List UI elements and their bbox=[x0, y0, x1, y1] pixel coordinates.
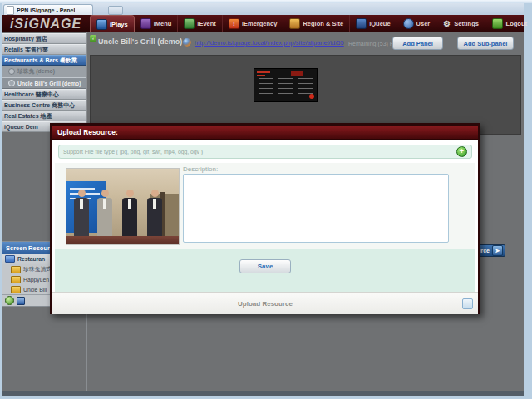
dialog-body: Support File file type ( jpg, png, gif, … bbox=[52, 140, 478, 300]
sidebar-item-pearl-rabbit-demo[interactable]: 珍珠兔 (demo) bbox=[2, 66, 86, 77]
thumb-red-text bbox=[257, 75, 265, 76]
sidebar-item-business-centre[interactable]: Business Centre 商務中心 bbox=[2, 100, 86, 111]
region-icon bbox=[289, 18, 300, 29]
save-strip: Save bbox=[55, 249, 475, 292]
person-torso bbox=[147, 198, 162, 236]
support-file-strip: Support File file type ( jpg, png, gif, … bbox=[58, 145, 472, 159]
person-shirt bbox=[128, 200, 131, 209]
sidebar-collapse-icon[interactable]: ‹ bbox=[90, 35, 96, 42]
sidebar-item-label: Uncle Bill's Grill (demo) bbox=[17, 81, 81, 86]
thumb-menu-column bbox=[259, 78, 273, 95]
nav-tab-imenu[interactable]: iMenu bbox=[135, 15, 179, 32]
photo-person bbox=[71, 190, 91, 238]
user-icon bbox=[403, 18, 414, 29]
nav-tab-region-site[interactable]: Region & Site bbox=[283, 15, 350, 32]
sidebar-item-label: Retails 零售行業 bbox=[4, 46, 48, 54]
panel-play-icon bbox=[8, 68, 15, 75]
sidebar-item-label: iQueue Dem bbox=[4, 124, 38, 130]
tree-item-label: Uncle Bill bbox=[23, 287, 47, 293]
browser-tab-title: PPN iSignage - Panel bbox=[17, 7, 75, 13]
resize-handle-icon[interactable] bbox=[462, 298, 473, 309]
sidebar-item-uncle-bills-grill[interactable]: Uncle Bill's Grill (demo) bbox=[2, 77, 86, 89]
sidebar: Hospitality 酒店 Retails 零售行業 Restaurants … bbox=[2, 33, 86, 132]
person-shirt bbox=[103, 200, 106, 209]
tool-icon[interactable] bbox=[17, 297, 25, 305]
queue-icon bbox=[356, 18, 367, 29]
folder-icon bbox=[5, 255, 15, 263]
nav-tab-user[interactable]: User bbox=[397, 15, 437, 32]
description-label: Description: bbox=[183, 165, 218, 173]
status-bar bbox=[2, 391, 524, 396]
person-head bbox=[126, 190, 134, 197]
nav-tab-label: iPlays bbox=[110, 21, 128, 28]
calendar-icon bbox=[184, 18, 195, 29]
add-plus-icon[interactable]: + bbox=[456, 146, 467, 157]
logout-button[interactable]: Logout bbox=[492, 15, 527, 32]
browser-tab[interactable]: PPN iSignage - Panel bbox=[3, 4, 93, 15]
folder-icon bbox=[11, 266, 21, 273]
nav-tab-label: iMenu bbox=[154, 20, 172, 27]
nav-tab-settings[interactable]: ⚙ Settings bbox=[436, 15, 485, 32]
sidebar-item-label: Healthcare 醫療中心 bbox=[4, 91, 59, 99]
gear-icon: ⚙ bbox=[442, 19, 451, 28]
sidebar-item-healthcare[interactable]: Healthcare 醫療中心 bbox=[2, 89, 86, 100]
sidebar-item-label: Hospitality 酒店 bbox=[4, 35, 47, 43]
cursor-icon: ➤ bbox=[492, 245, 503, 256]
sidebar-item-label: 珍珠兔 (demo) bbox=[17, 67, 55, 76]
monitor-icon bbox=[96, 19, 107, 30]
nav-tab-label: iEvent bbox=[197, 20, 216, 27]
globe-icon bbox=[183, 38, 191, 47]
app-logo: iSiGNAGE bbox=[2, 15, 90, 32]
page-icon bbox=[7, 6, 14, 15]
nav-tab-ievent[interactable]: iEvent bbox=[178, 15, 223, 32]
sidebar-item-real-estates[interactable]: Real Estates 地產 bbox=[2, 111, 86, 121]
sidebar-item-label: Restaurants & Bars 餐飲業 bbox=[4, 57, 77, 65]
app-window: PPN iSignage - Panel iSiGNAGE iPlays iMe… bbox=[0, 0, 532, 399]
add-subpanel-button[interactable]: Add Sub-panel bbox=[457, 37, 514, 50]
panel-preview-thumbnail[interactable] bbox=[254, 68, 318, 102]
photo-person bbox=[120, 190, 140, 238]
person-torso bbox=[122, 198, 137, 236]
nav-tab-label: Settings bbox=[454, 20, 479, 27]
sidebar-item-restaurants-bars[interactable]: Restaurants & Bars 餐飲業 bbox=[2, 55, 86, 66]
nav-tabs: iPlays iMenu iEvent ! iEmergency Region … bbox=[90, 15, 485, 32]
nav-tab-iplays[interactable]: iPlays bbox=[90, 15, 135, 32]
thumb-menu-column bbox=[298, 78, 313, 95]
person-shirt bbox=[153, 200, 156, 209]
add-panel-button[interactable]: Add Panel bbox=[392, 37, 443, 50]
thumb-red-badge bbox=[309, 94, 314, 99]
person-head bbox=[101, 190, 109, 197]
tree-item-label: 珍珠兔清式 bbox=[23, 265, 52, 273]
photo-person bbox=[95, 190, 115, 238]
sidebar-item-label: Real Estates 地產 bbox=[4, 112, 52, 121]
tree-item-label: HappyLen bbox=[23, 277, 49, 283]
panel-url-link[interactable]: http://demo.isignage.local/index.php/sit… bbox=[195, 39, 344, 47]
sidebar-item-hospitality[interactable]: Hospitality 酒店 bbox=[2, 33, 86, 44]
sidebar-item-retails[interactable]: Retails 零售行業 bbox=[2, 44, 86, 55]
save-button[interactable]: Save bbox=[239, 259, 291, 273]
logout-icon bbox=[492, 18, 503, 29]
nav-tab-iemergency[interactable]: ! iEmergency bbox=[223, 15, 284, 32]
description-textarea[interactable] bbox=[183, 174, 449, 243]
alert-icon: ! bbox=[229, 18, 239, 29]
person-head bbox=[151, 190, 159, 197]
panel-title: Uncle Bill's Grill (demo) bbox=[98, 37, 182, 46]
person-torso bbox=[97, 198, 112, 236]
support-file-text: Support File file type ( jpg, png, gif, … bbox=[63, 149, 456, 155]
tree-item-label: Restauran bbox=[17, 256, 45, 262]
upload-resource-dialog: Upload Resource: Support File file type … bbox=[50, 123, 480, 314]
folder-icon bbox=[11, 286, 21, 293]
thumb-red-flag bbox=[291, 71, 303, 76]
thumb-red-text bbox=[257, 71, 270, 73]
panel-play-icon bbox=[8, 80, 15, 86]
nav-tab-iqueue[interactable]: iQueue bbox=[350, 15, 397, 32]
nav-tab-label: Region & Site bbox=[303, 20, 343, 27]
new-tab-button[interactable] bbox=[108, 6, 123, 15]
nav-tab-label: iEmergency bbox=[242, 20, 278, 27]
nav-tab-label: User bbox=[416, 20, 431, 27]
logout-label: Logout bbox=[506, 20, 527, 27]
person-torso bbox=[74, 198, 89, 236]
sidebar-item-label: Business Centre 商務中心 bbox=[4, 101, 75, 110]
refresh-orb-icon[interactable] bbox=[5, 296, 14, 305]
dialog-title-bar[interactable]: Upload Resource: bbox=[52, 126, 478, 140]
